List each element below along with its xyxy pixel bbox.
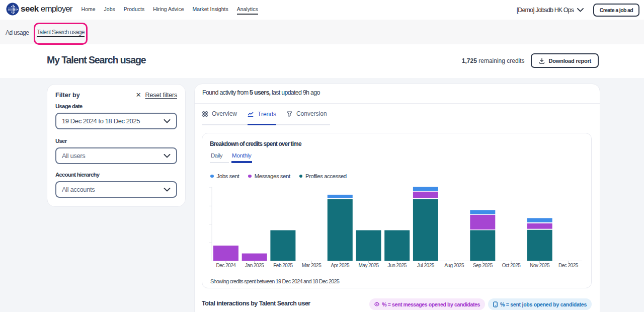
svg-text:Aug 2025: Aug 2025 [444,263,464,268]
svg-text:Jul 2025: Jul 2025 [417,263,435,268]
svg-text:Oct 2025: Oct 2025 [502,263,521,268]
svg-text:Apr 2025: Apr 2025 [331,263,350,268]
svg-text:Sep 2025: Sep 2025 [473,263,493,268]
svg-text:Jan 2025: Jan 2025 [245,263,264,268]
svg-text:May 2025: May 2025 [359,263,379,268]
svg-text:Jun 2025: Jun 2025 [388,263,407,268]
svg-text:Nov 2025: Nov 2025 [530,263,550,268]
svg-text:Feb 2025: Feb 2025 [273,263,293,268]
svg-text:Mar 2025: Mar 2025 [302,263,321,268]
svg-text:Dec 2025: Dec 2025 [558,263,579,268]
svg-text:Dec 2024: Dec 2024 [216,263,236,268]
